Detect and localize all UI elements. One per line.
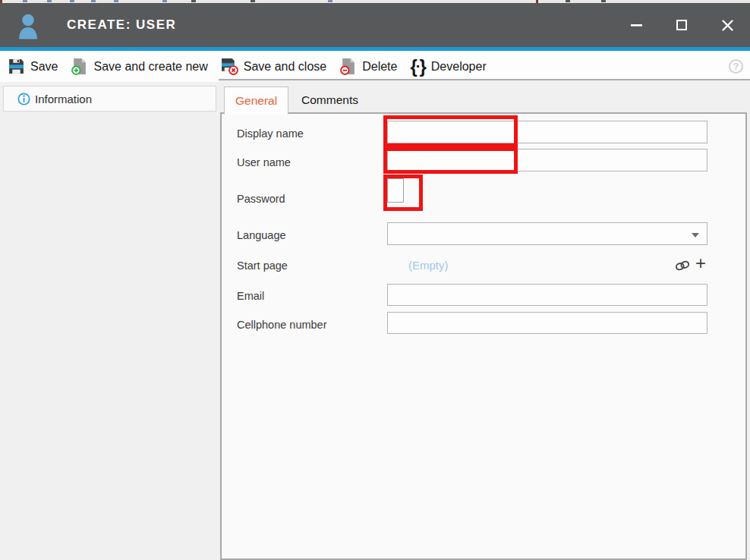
save-and-close-button[interactable]: Save and close	[221, 54, 326, 80]
toolbar: Save Save and create new Save and close	[0, 51, 750, 82]
developer-button[interactable]: {·} Developer	[410, 54, 486, 80]
save-and-close-label: Save and close	[244, 60, 326, 74]
developer-label: Developer	[431, 60, 487, 74]
annotation-rect-user-name	[383, 147, 518, 174]
start-page-label: Start page	[237, 260, 288, 272]
start-page-value[interactable]: (Empty)	[408, 259, 449, 272]
annotation-rect-password	[383, 175, 423, 211]
email-input[interactable]	[387, 284, 707, 306]
sidebar-item-information[interactable]: Information	[3, 86, 216, 112]
window-title: CREATE: USER	[67, 3, 176, 47]
minimize-icon	[631, 24, 642, 27]
save-button[interactable]: Save	[8, 54, 58, 80]
maximize-icon	[676, 20, 687, 30]
cellphone-number-input[interactable]	[387, 312, 707, 334]
language-label: Language	[237, 229, 286, 241]
create-user-window: CREATE: USER Save	[0, 0, 750, 560]
language-dropdown[interactable]	[387, 222, 707, 245]
chevron-down-icon	[692, 233, 699, 238]
delete-label: Delete	[362, 60, 397, 74]
user-name-label: User name	[237, 156, 291, 168]
save-icon	[8, 58, 25, 75]
sidebar: Information	[0, 82, 219, 560]
tab-comments[interactable]: Comments	[291, 87, 369, 113]
display-name-label: Display name	[237, 127, 304, 140]
tab-general[interactable]: General	[224, 87, 288, 115]
titlebar: CREATE: USER	[0, 3, 750, 47]
minimize-button[interactable]	[613, 3, 659, 47]
annotation-rect-display-name	[383, 115, 518, 147]
close-icon	[722, 20, 733, 31]
link-icon[interactable]	[674, 258, 691, 273]
close-button[interactable]	[704, 3, 750, 47]
email-label: Email	[237, 290, 264, 302]
add-icon[interactable]: +	[695, 253, 706, 273]
save-and-create-new-label: Save and create new	[93, 60, 207, 74]
delete-icon	[339, 58, 357, 75]
save-label: Save	[30, 60, 58, 74]
maximize-button[interactable]	[659, 3, 704, 47]
sidebar-item-label: Information	[35, 93, 92, 105]
save-create-new-icon	[71, 58, 88, 75]
save-and-create-new-button[interactable]: Save and create new	[71, 54, 207, 80]
cellphone-number-label: Cellphone number	[237, 319, 327, 331]
developer-icon: {·}	[410, 58, 425, 75]
main-area: General Comments Display name User name …	[219, 79, 750, 560]
person-icon	[17, 12, 39, 39]
password-label: Password	[237, 193, 285, 205]
info-icon	[17, 93, 30, 105]
save-close-icon	[221, 58, 238, 75]
delete-button[interactable]: Delete	[339, 54, 397, 80]
general-tab-content: Display name User name Password Language…	[220, 112, 747, 560]
help-icon[interactable]: ?	[729, 59, 743, 74]
